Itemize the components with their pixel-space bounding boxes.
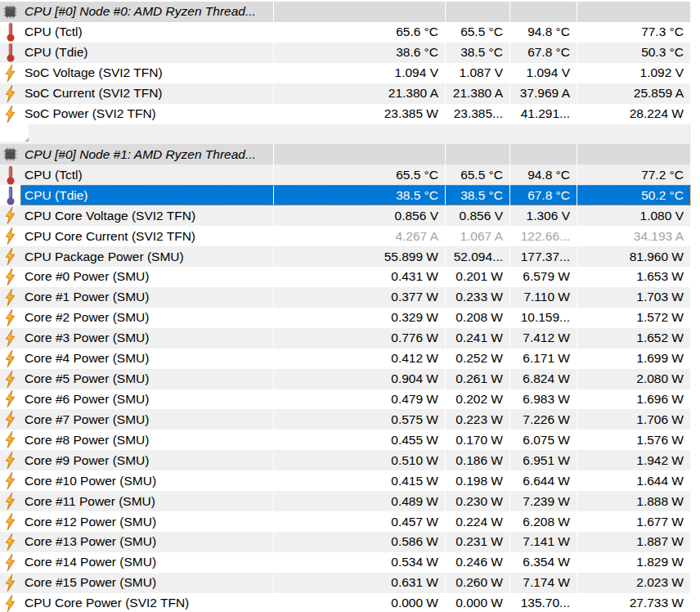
sensor-group-header[interactable]: CPU [#0] Node #1: AMD Ryzen Thread... [0, 144, 691, 164]
sensor-row[interactable]: SoC Current (SVI2 TFN)21.380 A21.380 A37… [0, 83, 691, 104]
sensor-value-avg: 1.703 W [577, 287, 691, 308]
sensor-value-min: 1.087 V [446, 63, 510, 83]
sensor-value-avg: 1.696 W [577, 389, 691, 410]
sensor-row[interactable]: Core #11 Power (SMU)0.489 W0.230 W7.239 … [0, 491, 691, 511]
lightning-bolt-icon [0, 491, 20, 511]
lightning-bolt-icon [0, 226, 20, 246]
sensor-row[interactable]: Core #12 Power (SMU)0.457 W0.224 W6.208 … [0, 511, 691, 532]
sensor-value-avg: 1.652 W [577, 328, 691, 349]
lightning-bolt-icon [0, 349, 20, 369]
sensor-row[interactable]: Core #4 Power (SMU)0.412 W0.252 W6.171 W… [0, 349, 691, 369]
sensor-row[interactable]: Core #14 Power (SMU)0.534 W0.246 W6.354 … [0, 552, 691, 573]
lightning-bolt-icon [0, 409, 20, 430]
sensor-label: Core #12 Power (SMU) [20, 511, 274, 532]
sensor-value-current: 38.5 °C [274, 185, 446, 205]
sensor-group-header-cell [446, 144, 510, 164]
sensor-value-current: 0.510 W [274, 450, 446, 470]
sensor-label: Core #0 Power (SMU) [20, 267, 274, 287]
sensor-value-min: 52.094... [446, 246, 510, 267]
cpu-chip-icon [0, 144, 20, 164]
sensor-value-avg: 28.224 W [577, 104, 691, 124]
section-gap-grip [25, 137, 29, 142]
sensor-row[interactable]: Core #13 Power (SMU)0.586 W0.231 W7.141 … [0, 532, 691, 552]
sensor-value-current: 65.5 °C [274, 164, 446, 185]
sensor-row[interactable]: Core #9 Power (SMU)0.510 W0.186 W6.951 W… [0, 450, 691, 470]
sensor-value-current: 0.631 W [274, 573, 446, 593]
sensor-value-max: 7.239 W [510, 491, 577, 511]
sensor-value-max: 6.644 W [510, 470, 577, 491]
sensor-row[interactable]: Core #5 Power (SMU)0.904 W0.261 W6.824 W… [0, 369, 691, 389]
sensor-row[interactable]: Core #1 Power (SMU)0.377 W0.233 W7.110 W… [0, 287, 691, 308]
sensor-value-min: 0.260 W [446, 573, 510, 593]
lightning-bolt-icon [0, 328, 20, 349]
sensor-value-avg: 50.2 °C [577, 185, 691, 205]
sensor-value-current: 55.899 W [274, 246, 446, 267]
sensor-group-header-cell [510, 2, 577, 22]
sensor-value-avg: 2.023 W [577, 573, 691, 593]
sensor-value-avg: 1.829 W [577, 552, 691, 573]
sensor-value-avg: 1.699 W [577, 349, 691, 369]
sensor-value-avg: 1.653 W [577, 267, 691, 287]
sensor-group-header-cell [510, 144, 577, 164]
sensor-label: CPU Package Power (SMU) [20, 246, 274, 267]
sensor-value-avg: 1.706 W [577, 409, 691, 430]
sensor-row[interactable]: Core #8 Power (SMU)0.455 W0.170 W6.075 W… [0, 430, 691, 450]
sensor-value-avg: 1.677 W [577, 511, 691, 532]
sensor-row[interactable]: Core #10 Power (SMU)0.415 W0.198 W6.644 … [0, 470, 691, 491]
sensor-value-min: 0.233 W [446, 287, 510, 308]
sensor-row[interactable]: SoC Voltage (SVI2 TFN)1.094 V1.087 V1.09… [0, 63, 691, 83]
sensor-group-header[interactable]: CPU [#0] Node #0: AMD Ryzen Thread... [0, 2, 691, 22]
sensor-row[interactable]: Core #15 Power (SMU)0.631 W0.260 W7.174 … [0, 573, 691, 593]
sensor-value-avg: 77.2 °C [577, 164, 691, 185]
sensor-value-min: 0.246 W [446, 552, 510, 573]
sensor-value-avg: 1.888 W [577, 491, 691, 511]
sensor-value-current: 0.534 W [274, 552, 446, 573]
lightning-bolt-icon [0, 532, 20, 552]
lightning-bolt-icon [0, 83, 20, 104]
sensor-value-min: 0.201 W [446, 267, 510, 287]
sensor-label: CPU Core Current (SVI2 TFN) [20, 226, 274, 246]
sensor-row[interactable]: Core #3 Power (SMU)0.776 W0.241 W7.412 W… [0, 328, 691, 349]
lightning-bolt-icon [0, 369, 20, 389]
sensor-value-avg: 34.193 A [577, 226, 691, 246]
sensor-row[interactable]: Core #7 Power (SMU)0.575 W0.223 W7.226 W… [0, 409, 691, 430]
sensor-row[interactable]: Core #6 Power (SMU)0.479 W0.202 W6.983 W… [0, 389, 691, 410]
sensor-value-min: 21.380 A [446, 83, 510, 104]
sensor-value-avg: 1.572 W [577, 308, 691, 328]
sensor-row[interactable]: CPU (Tctl)65.5 °C65.5 °C94.8 °C77.2 °C [0, 164, 691, 185]
sensor-value-avg: 27.733 W [577, 593, 691, 612]
sensor-monitor-window: CPU [#0] Node #0: AMD Ryzen Thread...CPU… [0, 0, 700, 612]
sensor-value-max: 10.159... [510, 308, 577, 328]
lightning-bolt-icon [0, 104, 20, 124]
sensor-value-max: 1.094 V [510, 63, 577, 83]
sensor-row[interactable]: Core #0 Power (SMU)0.431 W0.201 W6.579 W… [0, 267, 691, 287]
thermometer-icon [0, 43, 20, 63]
sensor-value-max: 135.70... [510, 593, 577, 612]
sensor-row[interactable]: CPU Package Power (SMU)55.899 W52.094...… [0, 246, 691, 267]
sensor-label: Core #8 Power (SMU) [20, 430, 274, 450]
lightning-bolt-icon [0, 63, 20, 83]
sensor-value-min: 0.224 W [446, 511, 510, 532]
sensor-value-min: 0.223 W [446, 409, 510, 430]
sensor-value-max: 6.208 W [510, 511, 577, 532]
thermometer-icon [0, 22, 20, 43]
sensor-value-max: 7.226 W [510, 409, 577, 430]
lightning-bolt-icon [0, 511, 20, 532]
sensor-row[interactable]: CPU Core Power (SVI2 TFN)0.000 W0.000 W1… [0, 593, 691, 612]
sensor-label: Core #13 Power (SMU) [20, 532, 274, 552]
sensor-value-current: 0.412 W [274, 349, 446, 369]
sensor-row[interactable]: CPU Core Current (SVI2 TFN)4.267 A1.067 … [0, 226, 691, 246]
sensor-value-max: 1.306 V [510, 205, 577, 226]
sensor-value-max: 7.141 W [510, 532, 577, 552]
sensor-value-max: 67.8 °C [510, 185, 577, 205]
sensor-value-max: 6.354 W [510, 552, 577, 573]
sensor-value-avg: 1.092 V [577, 63, 691, 83]
sensor-row[interactable]: CPU Core Voltage (SVI2 TFN)0.856 V0.856 … [0, 205, 691, 226]
sensor-row[interactable]: CPU (Tctl)65.6 °C65.5 °C94.8 °C77.3 °C [0, 22, 691, 43]
sensor-row[interactable]: SoC Power (SVI2 TFN)23.385 W23.385...41.… [0, 104, 691, 124]
sensor-row[interactable]: CPU (Tdie)38.5 °C38.5 °C67.8 °C50.2 °C [0, 185, 691, 205]
sensor-row[interactable]: CPU (Tdie)38.6 °C38.5 °C67.8 °C50.3 °C [0, 43, 691, 63]
sensor-row[interactable]: Core #2 Power (SMU)0.329 W0.208 W10.159.… [0, 308, 691, 328]
sensor-value-min: 65.5 °C [446, 22, 510, 43]
sensor-value-current: 1.094 V [274, 63, 446, 83]
